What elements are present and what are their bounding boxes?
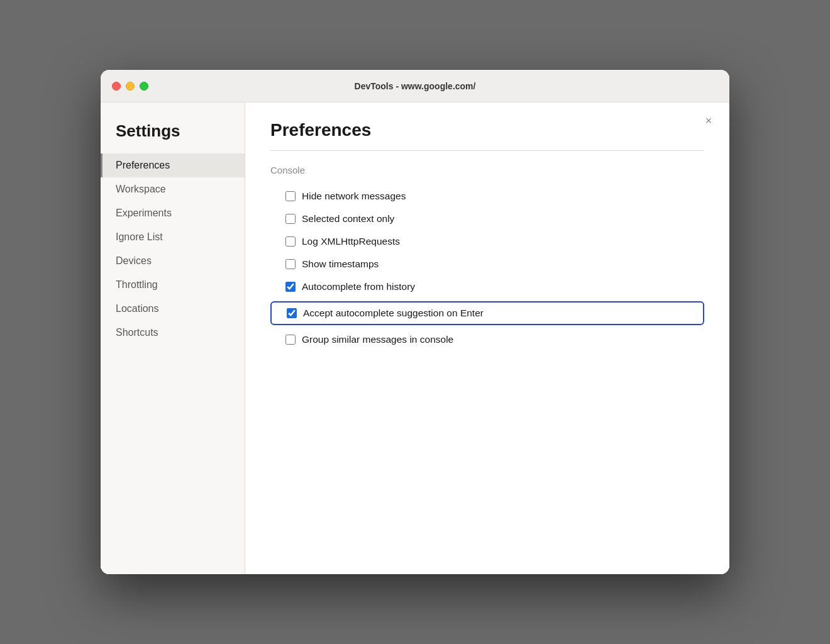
group-similar-checkbox[interactable] — [285, 335, 296, 345]
sidebar-item-ignore-list[interactable]: Ignore List — [101, 225, 245, 249]
subsection-title: Console — [270, 165, 704, 175]
checkbox-autocomplete-history[interactable]: Autocomplete from history — [270, 276, 704, 297]
sidebar-item-preferences[interactable]: Preferences — [101, 153, 245, 177]
sidebar: Settings Preferences Workspace Experimen… — [101, 103, 245, 574]
titlebar: DevTools - www.google.com/ — [101, 70, 729, 103]
hide-network-checkbox[interactable] — [285, 191, 296, 201]
checkbox-log-xml[interactable]: Log XMLHttpRequests — [270, 231, 704, 252]
sidebar-item-workspace[interactable]: Workspace — [101, 177, 245, 201]
sidebar-item-devices[interactable]: Devices — [101, 249, 245, 273]
checkbox-selected-context[interactable]: Selected context only — [270, 208, 704, 230]
group-similar-label: Group similar messages in console — [302, 334, 453, 345]
selected-context-checkbox[interactable] — [285, 214, 296, 224]
log-xml-checkbox[interactable] — [285, 236, 296, 247]
sidebar-item-locations[interactable]: Locations — [101, 297, 245, 321]
checkbox-accept-autocomplete[interactable]: Accept autocomplete suggestion on Enter — [270, 301, 704, 325]
autocomplete-history-label: Autocomplete from history — [302, 281, 415, 292]
sidebar-heading: Settings — [101, 121, 245, 153]
checkbox-show-timestamps[interactable]: Show timestamps — [270, 253, 704, 275]
show-timestamps-checkbox[interactable] — [285, 259, 296, 269]
selected-context-label: Selected context only — [302, 213, 394, 225]
accept-autocomplete-checkbox[interactable] — [287, 308, 297, 318]
close-button[interactable] — [112, 82, 121, 91]
window-title: DevTools - www.google.com/ — [355, 81, 476, 91]
log-xml-label: Log XMLHttpRequests — [302, 236, 400, 247]
hide-network-label: Hide network messages — [302, 191, 406, 202]
main-content: × Preferences Console Hide network messa… — [245, 103, 729, 574]
close-icon[interactable]: × — [702, 114, 716, 128]
checkbox-group-similar[interactable]: Group similar messages in console — [270, 329, 704, 350]
traffic-lights — [112, 82, 148, 91]
show-timestamps-label: Show timestamps — [302, 258, 379, 270]
sidebar-item-shortcuts[interactable]: Shortcuts — [101, 321, 245, 345]
content-area: Settings Preferences Workspace Experimen… — [101, 103, 729, 574]
sidebar-item-experiments[interactable]: Experiments — [101, 201, 245, 225]
checkbox-hide-network[interactable]: Hide network messages — [270, 186, 704, 207]
sidebar-item-throttling[interactable]: Throttling — [101, 273, 245, 297]
devtools-window: DevTools - www.google.com/ Settings Pref… — [101, 70, 729, 574]
accept-autocomplete-label: Accept autocomplete suggestion on Enter — [303, 308, 484, 319]
autocomplete-history-checkbox[interactable] — [285, 282, 296, 292]
checkboxes-group: Hide network messages Selected context o… — [270, 186, 704, 350]
section-title: Preferences — [270, 120, 704, 140]
maximize-button[interactable] — [140, 82, 148, 91]
divider — [270, 150, 704, 151]
minimize-button[interactable] — [126, 82, 135, 91]
